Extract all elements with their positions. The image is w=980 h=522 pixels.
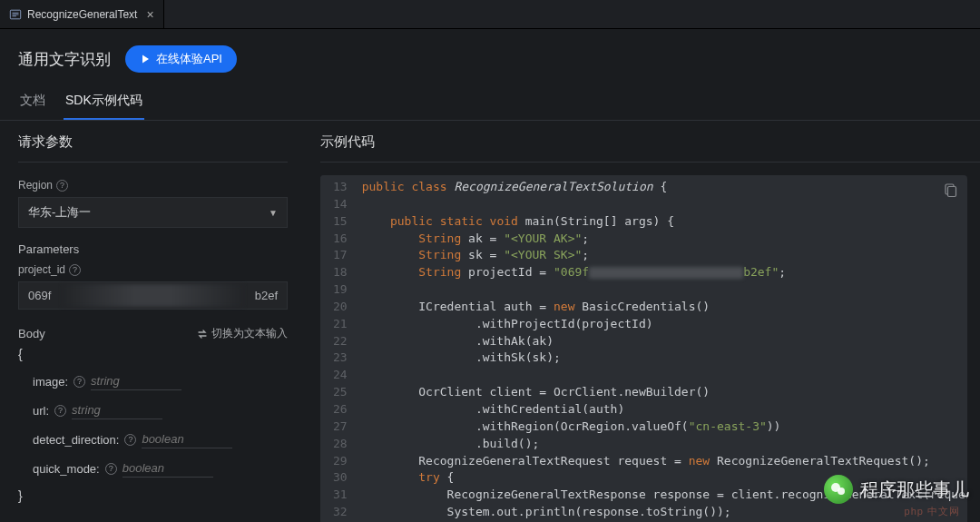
chevron-down-icon: ▼ <box>269 208 278 218</box>
sample-code-panel: 示例代码 13141516171819202122232425262728293… <box>304 121 980 522</box>
image-input[interactable] <box>91 372 181 390</box>
api-file-icon <box>9 8 22 21</box>
body-brace-close: } <box>18 488 288 503</box>
body-brace-open: { <box>18 347 288 361</box>
url-input[interactable] <box>72 401 162 419</box>
copy-icon[interactable] <box>942 182 958 199</box>
page-header: 通用文字识别 在线体验API <box>0 29 980 84</box>
tab-sdk-sample[interactable]: SDK示例代码 <box>64 84 144 120</box>
parameters-heading: Parameters <box>18 242 288 256</box>
body-field-detect-direction: detect_direction: ? <box>33 430 288 448</box>
region-select-value: 华东-上海一 <box>28 204 91 221</box>
help-icon[interactable]: ? <box>124 434 136 446</box>
region-label: Region ? <box>18 179 288 192</box>
help-icon[interactable]: ? <box>54 405 66 417</box>
body-field-image: image: ? <box>33 372 288 390</box>
code-scroll[interactable]: 1314151617181920212223242526272829303132… <box>320 175 967 522</box>
page-title: 通用文字识别 <box>18 49 111 70</box>
try-api-button-label: 在线体验API <box>156 51 222 67</box>
swap-icon <box>197 329 208 340</box>
code-content: public class RecognizeGeneralTextSolutio… <box>357 175 967 522</box>
region-select[interactable]: 华东-上海一 ▼ <box>18 197 288 228</box>
help-icon[interactable]: ? <box>74 376 85 388</box>
request-params-title: 请求参数 <box>18 133 288 151</box>
line-gutter: 1314151617181920212223242526272829303132… <box>320 175 357 522</box>
code-block: 1314151617181920212223242526272829303132… <box>320 175 967 522</box>
divider <box>320 162 980 163</box>
quick-mode-input[interactable] <box>122 459 213 478</box>
php-watermark: php 中文网 <box>905 505 960 518</box>
detect-direction-input[interactable] <box>142 430 232 448</box>
try-api-button[interactable]: 在线体验API <box>125 45 237 73</box>
tab-docs[interactable]: 文档 <box>18 84 47 120</box>
close-icon[interactable]: × <box>146 7 153 22</box>
sample-code-title: 示例代码 <box>320 133 980 151</box>
redacted-mask <box>63 284 243 307</box>
body-field-quick-mode: quick_mode: ? <box>33 459 288 478</box>
editor-tab-recognize[interactable]: RecognizeGeneralText × <box>0 0 164 28</box>
divider <box>18 162 288 163</box>
svg-point-4 <box>838 488 845 495</box>
sub-tabs: 文档 SDK示例代码 <box>0 84 980 121</box>
help-icon[interactable]: ? <box>56 180 68 192</box>
play-icon <box>140 54 151 64</box>
project-id-label: project_id ? <box>18 263 288 276</box>
wechat-logo-icon <box>824 475 853 504</box>
watermark: 程序那些事儿 <box>824 475 969 504</box>
help-icon[interactable]: ? <box>69 264 81 276</box>
body-field-url: url: ? <box>33 401 288 419</box>
request-params-panel: 请求参数 Region ? 华东-上海一 ▼ Parameters projec… <box>0 121 304 522</box>
help-icon[interactable]: ? <box>105 463 117 475</box>
switch-to-text-input[interactable]: 切换为文本输入 <box>197 326 288 341</box>
body-heading: Body <box>18 327 45 340</box>
content-area: 请求参数 Region ? 华东-上海一 ▼ Parameters projec… <box>0 121 980 522</box>
project-id-field[interactable]: 069f b2ef <box>18 281 288 310</box>
editor-tab-label: RecognizeGeneralText <box>27 8 137 21</box>
svg-rect-2 <box>948 187 956 197</box>
editor-tab-bar: RecognizeGeneralText × <box>0 0 980 29</box>
